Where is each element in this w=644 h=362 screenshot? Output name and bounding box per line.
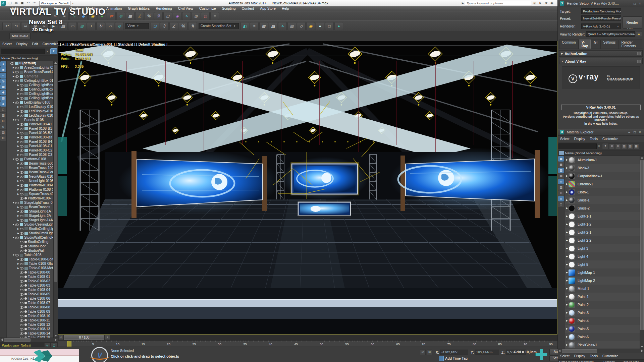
scene-row[interactable]: ▶ LedDisplay-0108-A2 [6,109,54,113]
visibility-eye-icon[interactable] [20,275,24,279]
visibility-eye-icon[interactable] [15,101,19,104]
display-bones-icon[interactable]: ▥ [0,113,6,118]
scene-row[interactable]: ▼ Table-0108 [6,253,54,257]
material-row[interactable]: ▶ Metal-1 [565,285,640,293]
use-pivot-center-icon[interactable]: ⊡ [151,22,159,30]
visibility-eye-icon[interactable] [20,292,24,296]
material-row[interactable]: ▶ Light-3 [565,244,640,252]
expand-arrow-icon[interactable]: ▶ [17,188,20,191]
scene-row[interactable]: ▶ StudioOmniLights-0108 [6,231,54,235]
visibility-eye-icon[interactable] [20,327,24,331]
expand-arrow-icon[interactable]: ▼ [12,119,15,121]
save-file-icon[interactable]: ▣ [19,1,25,5]
visibility-eye-icon[interactable] [20,114,24,117]
angle-snap-icon[interactable]: ∠ [135,12,144,20]
redo-icon[interactable]: ↷ [12,22,20,30]
scene-row[interactable]: ▶ NeonGlass-0108 [6,174,54,179]
render-setup-tab[interactable]: Settings [600,40,618,49]
visibility-eye-icon[interactable] [15,157,19,161]
time-slider-handle[interactable]: 0 / 100 [64,335,104,340]
scene-explorer-icon[interactable]: ▤ [269,22,277,30]
scene-explorer-menu-item[interactable]: Select [0,42,14,46]
scene-row[interactable]: ▶ LedDisplay-0108-A3 [6,113,54,118]
plus-icon[interactable]: ⊕ [116,12,125,20]
workspace-dropdown[interactable]: Workspace: Default [39,1,70,6]
unlink-icon[interactable]: ≈ [60,12,69,20]
visibility-eye-icon[interactable] [20,127,24,130]
visibility-eye-icon[interactable] [20,231,24,235]
expand-arrow-icon[interactable]: ▼ [12,158,15,160]
scene-row[interactable]: ▶ Panel-0108-B3 [6,135,54,139]
material-row[interactable]: ▶ Light-1-2 [565,220,640,228]
scene-row[interactable]: Table-0108-10 [6,314,54,318]
display-helpers-icon[interactable]: ✚ [0,90,6,95]
material-search-input[interactable] [558,143,597,149]
expand-arrow-icon[interactable]: ▶ [17,127,20,130]
expand-arrow-icon[interactable]: ▼ [12,236,15,239]
menu-item[interactable]: Help [279,6,292,11]
expand-arrow-icon[interactable]: ▶ [17,140,20,143]
visibility-eye-icon[interactable] [20,140,24,143]
material-row[interactable]: ▶ Paint-5 [565,325,640,333]
visibility-eye-icon[interactable] [20,214,24,218]
visibility-eye-icon[interactable] [15,253,19,257]
scene-row[interactable]: ▶ Panel-0108-C3 [6,153,54,157]
spinner-snap-icon[interactable]: ⇅ [154,12,163,20]
list-icon[interactable]: ≡ [210,12,219,20]
maximize-icon[interactable]: □ [632,130,637,134]
target-dropdown[interactable]: Production Rendering Moc▼ [581,8,621,14]
close-icon[interactable]: × [637,2,643,5]
material-row[interactable]: ▶ Paint-6 [565,333,640,341]
expand-arrow-icon[interactable]: ▼ [12,201,15,204]
expand-arrow-icon[interactable]: ▶ [566,344,569,346]
scene-row[interactable]: ▶ BeamTruss-Connection-010 [6,170,54,174]
visibility-eye-icon[interactable] [20,209,24,213]
rotate-icon[interactable]: ↻ [96,22,105,30]
visibility-eye-icon[interactable] [20,284,24,287]
maxtoc4d-button[interactable]: MaxToC4D [9,33,31,39]
display-frozen-icon[interactable]: ◇ [0,124,6,129]
placement-icon[interactable]: ⊙ [115,22,124,30]
visibility-eye-icon[interactable] [15,223,19,226]
scene-explorer-menu-item[interactable]: Customize [40,42,61,46]
menu-item[interactable]: Group [35,6,51,11]
material-row[interactable]: ▶ Paint-2 [565,301,640,309]
scene-row[interactable]: Table-0108-07 [6,301,54,305]
swap-icon[interactable]: ⇄ [107,12,116,20]
visibility-eye-icon[interactable] [20,227,24,231]
scene-row[interactable]: ▶ Platform-0108-Glasses [6,183,54,187]
spinner-snap-toggle-icon[interactable]: ⇅ [188,22,197,30]
expand-arrow-icon[interactable]: ▶ [566,263,569,266]
scene-row[interactable]: ▶ Table-0108-Glasses [6,261,54,266]
material-row[interactable]: ▶ Paint-1 [565,293,640,301]
expand-arrow-icon[interactable]: ▶ [566,336,569,338]
view-to-render-dropdown[interactable]: Quad 4 – VRayPhysicalCamera-001▼ [586,31,635,37]
material-editor-icon[interactable]: ◉ [306,22,315,30]
scene-row[interactable]: Table-0108-04 [6,288,54,292]
menu-item[interactable]: Graph Editors [125,6,153,11]
scene-list-hscrollbar[interactable] [0,338,58,342]
rectangular-region-icon[interactable]: ▭ [68,22,77,30]
gem-icon[interactable]: ◈ [173,12,181,20]
renderer-dropdown[interactable]: V-Ray Adv 3.40.01▼ [581,23,621,29]
rendered-frame-icon[interactable]: □ [325,22,334,30]
expand-arrow-icon[interactable]: ▶ [566,207,569,209]
composite-map-icon[interactable]: ▩ [558,162,564,167]
visibility-eye-icon[interactable] [20,148,24,152]
visibility-eye-icon[interactable] [20,175,24,178]
favorites-star-icon[interactable]: ★ [543,1,549,5]
x-field[interactable]: -2182,978c [440,350,468,355]
material-search-clear-icon[interactable]: × [597,144,601,148]
menu-item[interactable]: App Store [257,6,279,11]
display-groups-icon[interactable]: ◈ [0,101,6,107]
schematic-view-icon[interactable]: ◇ [297,22,306,30]
expand-arrow-icon[interactable]: ▶ [17,219,20,222]
material-property-menu-item[interactable]: Customize [600,354,621,358]
visibility-eye-icon[interactable] [15,79,19,82]
sphere-icon[interactable]: ● [98,12,106,20]
display-xrefs-icon[interactable]: □ [0,107,6,112]
scene-search-input[interactable] [1,49,45,54]
scene-row[interactable]: ▶ Cameras [6,74,54,78]
scene-row[interactable]: ▶ Platform-0108-Step [6,187,54,192]
mix-map-icon[interactable]: ⊞ [558,190,564,196]
